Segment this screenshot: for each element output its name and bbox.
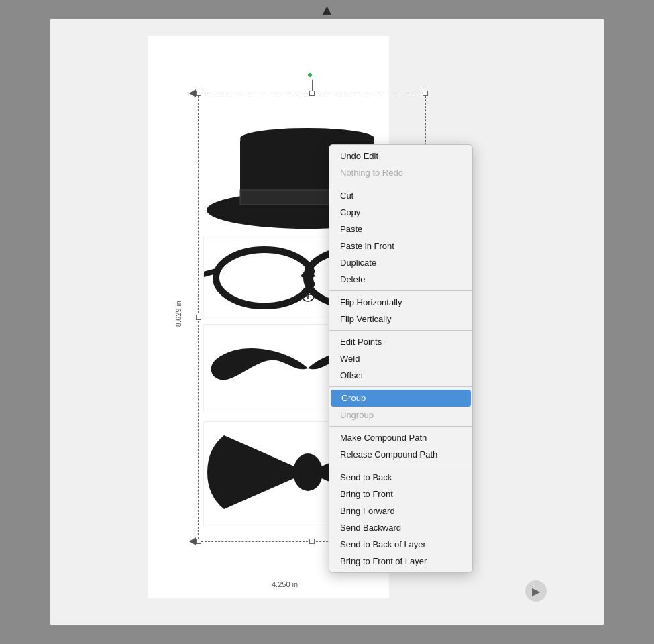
menu-item-copy[interactable]: Copy	[329, 204, 472, 221]
menu-separator-3	[329, 330, 472, 331]
menu-item-undo-edit[interactable]: Undo Edit	[329, 148, 472, 164]
menu-item-flip-vertically[interactable]: Flip Vertically	[329, 311, 472, 327]
navigate-arrow[interactable]: ▶	[525, 580, 547, 602]
menu-item-weld[interactable]: Weld	[329, 350, 472, 367]
svg-point-6	[223, 256, 306, 299]
canvas-area: 8.629 in 4.250 in ▶	[50, 19, 604, 625]
menu-item-send-to-back-of-layer[interactable]: Send to Back of Layer	[329, 536, 472, 553]
selection-handle-tr[interactable]	[423, 91, 428, 96]
menu-item-edit-points[interactable]: Edit Points	[329, 333, 472, 350]
menu-item-release-compound-path[interactable]: Release Compound Path	[329, 446, 472, 463]
scroll-up-arrow[interactable]: ▲	[314, 0, 341, 20]
menu-item-bring-forward[interactable]: Bring Forward	[329, 502, 472, 519]
menu-item-cut[interactable]: Cut	[329, 187, 472, 204]
menu-item-duplicate[interactable]: Duplicate	[329, 254, 472, 271]
menu-item-paste-in-front[interactable]: Paste in Front	[329, 237, 472, 254]
menu-item-ungroup: Ungroup	[329, 407, 472, 423]
menu-item-bring-to-front[interactable]: Bring to Front	[329, 486, 472, 502]
menu-item-nothing-to-redo: Nothing to Redo	[329, 164, 472, 181]
svg-point-14	[293, 453, 323, 491]
context-menu: Undo Edit Nothing to Redo Cut Copy Paste…	[329, 144, 473, 573]
menu-separator-5	[329, 426, 472, 427]
width-dimension-label: 4.250 in	[272, 580, 298, 588]
menu-separator-4	[329, 386, 472, 387]
menu-item-delete[interactable]: Delete	[329, 271, 472, 288]
menu-item-send-to-back[interactable]: Send to Back	[329, 469, 472, 486]
height-dimension-label: 8.629 in	[174, 301, 182, 327]
menu-item-bring-to-front-of-layer[interactable]: Bring to Front of Layer	[329, 553, 472, 570]
menu-separator-2	[329, 290, 472, 291]
menu-separator-1	[329, 184, 472, 184]
menu-item-group[interactable]: Group	[331, 390, 471, 407]
menu-item-make-compound-path[interactable]: Make Compound Path	[329, 429, 472, 446]
menu-item-offset[interactable]: Offset	[329, 367, 472, 384]
menu-separator-6	[329, 466, 472, 466]
svg-line-9	[204, 271, 216, 274]
menu-item-paste[interactable]: Paste	[329, 221, 472, 237]
menu-item-flip-horizontally[interactable]: Flip Horizontally	[329, 294, 472, 311]
menu-item-send-backward[interactable]: Send Backward	[329, 519, 472, 536]
